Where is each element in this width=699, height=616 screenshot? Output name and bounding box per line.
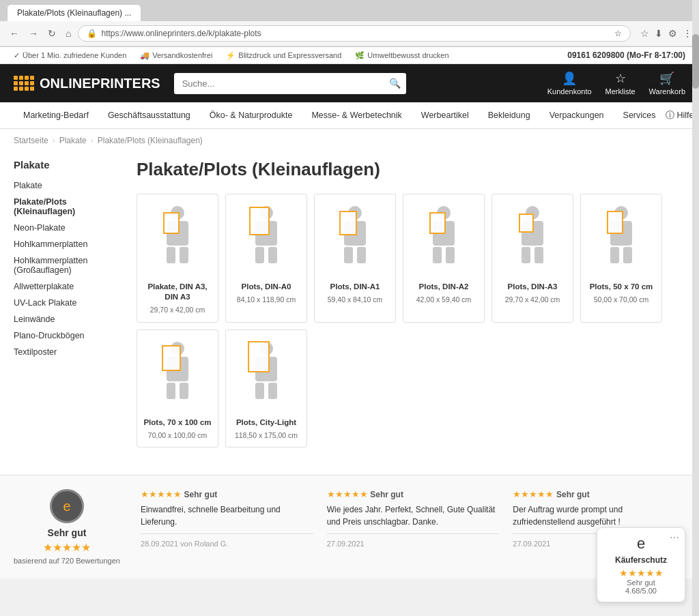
svg-rect-19 xyxy=(430,213,445,233)
help-link[interactable]: ⓘ Hilfe xyxy=(666,110,694,121)
nav-werbe[interactable]: Werbeartikel xyxy=(412,102,479,128)
svg-rect-18 xyxy=(446,247,455,263)
svg-rect-9 xyxy=(250,207,269,235)
review-card-0: ★★★★★ Sehr gut Einwandfrei, schnelle Bea… xyxy=(141,489,313,548)
breadcrumb-current: Plakate/Plots (Kleinauflagen) xyxy=(98,136,203,145)
product-illustration-7 xyxy=(236,337,297,412)
nav-geschaeft[interactable]: Geschäftsausstattung xyxy=(98,102,200,128)
product-name-0: Plakate, DIN A3, DIN A3 xyxy=(143,282,212,302)
buyer-prot-title: Käuferschutz xyxy=(605,555,676,565)
scrollbar[interactable] xyxy=(692,0,699,578)
sidebar-item-allwetter[interactable]: Allwetterplakate xyxy=(14,278,123,295)
nav-verpackungen[interactable]: Verpackungen xyxy=(540,102,614,128)
product-card-4[interactable]: Plots, DIN-A329,70 x 42,00 cm xyxy=(491,194,573,323)
tab-label: Plakate/Plots (Kleinauflagen) ... xyxy=(17,8,131,18)
svg-rect-12 xyxy=(344,247,353,263)
menu-icon[interactable]: ⋮ xyxy=(683,28,692,39)
product-size-4: 29,70 x 42,00 cm xyxy=(505,295,560,305)
wishlist-label: Merkliste xyxy=(605,87,636,96)
reload-button[interactable]: ↻ xyxy=(45,27,59,40)
svg-rect-8 xyxy=(268,247,277,263)
sidebar-item-neon[interactable]: Neon-Plakate xyxy=(14,220,123,236)
forward-button[interactable]: → xyxy=(26,27,41,40)
breadcrumb-plakate[interactable]: Plakate xyxy=(59,136,87,145)
page-title: Plakate/Plots (Kleinauflagen) xyxy=(137,159,685,180)
product-card-0[interactable]: Plakate, DIN A3, DIN A329,70 x 42,00 cm xyxy=(137,194,218,323)
scrollbar-thumb[interactable] xyxy=(692,34,699,89)
sidebar-item-plakate[interactable]: Plakate xyxy=(14,177,123,194)
sidebar-item-hohlkammer[interactable]: Hohlkammerplatten xyxy=(14,236,123,252)
svg-rect-28 xyxy=(623,247,632,263)
breadcrumb-home[interactable]: Startseite xyxy=(14,136,48,145)
svg-rect-38 xyxy=(268,383,277,399)
buyer-prot-menu[interactable]: ⋯ xyxy=(670,532,679,543)
account-button[interactable]: 👤 Kundenkonto xyxy=(547,71,592,96)
product-card-5[interactable]: Plots, 50 x 70 cm50,00 x 70,00 cm xyxy=(580,194,662,323)
product-illustration-4 xyxy=(502,201,563,276)
rating-label: Sehr gut xyxy=(48,527,87,538)
nav-oeko[interactable]: Öko- & Naturprodukte xyxy=(200,102,302,128)
cart-button[interactable]: 🛒 Warenkorb xyxy=(649,71,685,96)
product-card-7[interactable]: Plots, City-Light118,50 x 175,00 cm xyxy=(225,329,307,448)
buyer-protection: ⋯ e Käuferschutz ★★★★★ Sehr gut 4.68/5.0… xyxy=(597,527,685,578)
trust-text-2: Versandkostenfrei xyxy=(152,51,212,59)
sidebar-item-uvlack[interactable]: UV-Lack Plakate xyxy=(14,295,123,311)
main-nav: Marketing-Bedarf Geschäftsausstattung Ök… xyxy=(0,102,699,129)
product-illustration-1 xyxy=(236,201,297,276)
product-name-6: Plots, 70 x 100 cm xyxy=(143,417,211,428)
nav-messe[interactable]: Messe- & Werbetechnik xyxy=(302,102,411,128)
svg-rect-14 xyxy=(340,211,356,235)
sidebar-item-hohlkammer-gross[interactable]: Hohlkammerplatten (Großauflagen) xyxy=(14,252,123,278)
logo[interactable]: ONLINEPRINTERS xyxy=(14,76,160,91)
product-illustration-6 xyxy=(147,337,208,412)
help-icon: ⓘ xyxy=(666,110,674,121)
nav-services[interactable]: Services xyxy=(614,102,666,128)
product-card-6[interactable]: Plots, 70 x 100 cm70,00 x 100,00 cm xyxy=(137,329,218,448)
wishlist-icon: ☆ xyxy=(615,71,626,86)
browser-toolbar: ← → ↻ ⌂ 🔒 https://www.onlineprinters.de/… xyxy=(0,21,699,46)
buyer-prot-stars: ★★★★★ xyxy=(605,568,676,578)
site-header: ONLINEPRINTERS 🔍 👤 Kundenkonto ☆ Merklis… xyxy=(0,64,699,102)
product-size-7: 118,50 x 175,00 cm xyxy=(235,430,298,441)
product-card-2[interactable]: Plots, DIN-A159,40 x 84,10 cm xyxy=(314,194,396,323)
rating-overall: e Sehr gut ★★★★★ basierend auf 720 Bewer… xyxy=(14,489,120,565)
svg-rect-24 xyxy=(519,214,533,232)
sidebar: Plakate Plakate Plakate/Plots (Kleinaufl… xyxy=(14,152,123,448)
product-size-3: 42,00 x 59,40 cm xyxy=(416,295,472,305)
product-grid: Plakate, DIN A3, DIN A329,70 x 42,00 cm … xyxy=(137,194,685,448)
trust-text-3: Blitzdruck und Expressversand xyxy=(238,51,341,59)
active-tab[interactable]: Plakate/Plots (Kleinauflagen) ... xyxy=(7,4,141,21)
buyer-prot-badge-icon: e xyxy=(605,535,676,553)
back-button[interactable]: ← xyxy=(7,27,22,40)
review-stars-2: ★★★★★ Sehr gut xyxy=(513,489,685,499)
bookmark-icon[interactable]: ☆ xyxy=(640,28,649,39)
review-stars-0: ★★★★★ Sehr gut xyxy=(141,489,313,499)
sidebar-item-textil[interactable]: Textilposter xyxy=(14,344,123,360)
sidebar-item-leinwaende[interactable]: Leinwände xyxy=(14,311,123,327)
address-bar[interactable]: 🔒 https://www.onlineprinters.de/k/plakat… xyxy=(78,25,631,42)
product-illustration-5 xyxy=(590,201,652,276)
nav-marketing[interactable]: Marketing-Bedarf xyxy=(14,102,98,128)
search-input[interactable] xyxy=(174,73,406,94)
product-card-3[interactable]: Plots, DIN-A242,00 x 59,40 cm xyxy=(403,194,485,323)
ekomi-badge: e xyxy=(50,489,84,523)
reviews-section: e Sehr gut ★★★★★ basierend auf 720 Bewer… xyxy=(0,475,699,578)
review-date-0: 28.09.2021 von Roland G. xyxy=(141,533,313,548)
product-name-5: Plots, 50 x 70 cm xyxy=(590,282,653,292)
browser-extension-icons: ☆ ⬇ ⚙ ⋮ xyxy=(640,28,692,39)
sidebar-item-plots-klein[interactable]: Plakate/Plots (Kleinauflagen) xyxy=(14,194,123,220)
extension-icon[interactable]: ⚙ xyxy=(668,28,677,39)
browser-chrome: Plakate/Plots (Kleinauflagen) ... ← → ↻ … xyxy=(0,0,699,47)
home-button[interactable]: ⌂ xyxy=(63,27,74,40)
product-illustration-2 xyxy=(324,201,386,276)
product-name-4: Plots, DIN-A3 xyxy=(508,282,558,292)
search-button[interactable]: 🔍 xyxy=(389,78,401,89)
browser-tabs: Plakate/Plots (Kleinauflagen) ... xyxy=(0,0,699,21)
sidebar-item-plano[interactable]: Plano-Druckbögen xyxy=(14,327,123,344)
download-icon[interactable]: ⬇ xyxy=(655,28,663,39)
svg-rect-17 xyxy=(433,247,442,263)
trust-text-4: Umweltbewusst drucken xyxy=(367,51,448,59)
product-card-1[interactable]: Plots, DIN-A084,10 x 118,90 cm xyxy=(225,194,307,323)
nav-bekleidung[interactable]: Bekleidung xyxy=(479,102,540,128)
wishlist-button[interactable]: ☆ Merkliste xyxy=(605,71,636,96)
